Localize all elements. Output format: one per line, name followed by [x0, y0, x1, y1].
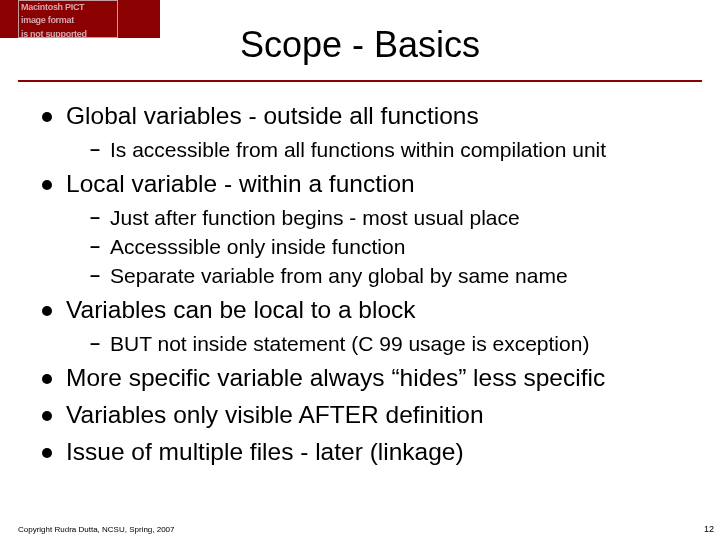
- pict-line: Macintosh PICT: [19, 1, 117, 14]
- bullet-text: Issue of multiple files - later (linkage…: [66, 437, 464, 468]
- sub-item: – BUT not inside statement (C 99 usage i…: [90, 330, 690, 357]
- pict-placeholder: Macintosh PICT image format is not suppo…: [18, 0, 118, 38]
- bullet-text: Variables can be local to a block: [66, 295, 416, 326]
- bullet-item: Variables can be local to a block: [42, 295, 690, 326]
- bullet-icon: [42, 374, 52, 384]
- dash-icon: –: [90, 332, 100, 355]
- bullet-icon: [42, 180, 52, 190]
- page-number: 12: [704, 524, 714, 534]
- sub-item: – Accesssible only inside function: [90, 233, 690, 260]
- pict-line: image format: [19, 14, 117, 27]
- sub-text: Accesssible only inside function: [110, 233, 405, 260]
- dash-icon: –: [90, 264, 100, 287]
- sub-item: – Separate variable from any global by s…: [90, 262, 690, 289]
- slide: Macintosh PICT image format is not suppo…: [0, 0, 720, 540]
- sub-item: – Is accessible from all functions withi…: [90, 136, 690, 163]
- sub-list: – Is accessible from all functions withi…: [90, 136, 690, 163]
- copyright-footer: Copyright Rudra Dutta, NCSU, Spring, 200…: [18, 525, 175, 534]
- sub-item: – Just after function begins - most usua…: [90, 204, 690, 231]
- bullet-icon: [42, 112, 52, 122]
- dash-icon: –: [90, 235, 100, 258]
- sub-text: Just after function begins - most usual …: [110, 204, 520, 231]
- bullet-icon: [42, 411, 52, 421]
- pict-line: is not supported: [19, 28, 117, 38]
- sub-list: – BUT not inside statement (C 99 usage i…: [90, 330, 690, 357]
- bullet-text: Local variable - within a function: [66, 169, 415, 200]
- bullet-icon: [42, 306, 52, 316]
- bullet-text: Global variables - outside all functions: [66, 101, 479, 132]
- sub-text: Separate variable from any global by sam…: [110, 262, 568, 289]
- bullet-icon: [42, 448, 52, 458]
- bullet-item: Variables only visible AFTER definition: [42, 400, 690, 431]
- sub-text: BUT not inside statement (C 99 usage is …: [110, 330, 589, 357]
- sub-text: Is accessible from all functions within …: [110, 136, 606, 163]
- bullet-item: Global variables - outside all functions: [42, 101, 690, 132]
- bullet-text: More specific variable always “hides” le…: [66, 363, 605, 394]
- bullet-item: Local variable - within a function: [42, 169, 690, 200]
- bullet-text: Variables only visible AFTER definition: [66, 400, 484, 431]
- slide-body: Global variables - outside all functions…: [42, 95, 690, 467]
- dash-icon: –: [90, 138, 100, 161]
- title-underline: [18, 80, 702, 82]
- bullet-item: Issue of multiple files - later (linkage…: [42, 437, 690, 468]
- dash-icon: –: [90, 206, 100, 229]
- bullet-item: More specific variable always “hides” le…: [42, 363, 690, 394]
- sub-list: – Just after function begins - most usua…: [90, 204, 690, 290]
